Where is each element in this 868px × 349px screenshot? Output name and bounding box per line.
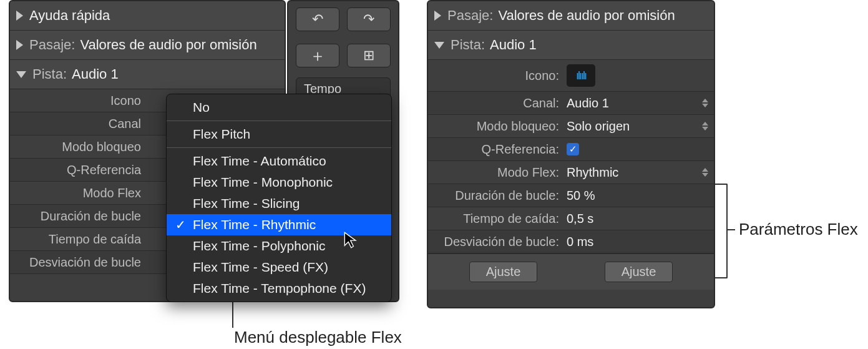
curve-tool-button[interactable]: ↶ (296, 7, 339, 31)
quick-help-label: Ayuda rápida (29, 7, 110, 24)
plus-icon: ＋ (310, 45, 326, 67)
ajuste-button-left[interactable]: Ajuste (469, 262, 538, 282)
label-icono: Icono: (428, 69, 563, 83)
label-canal: Canal: (428, 96, 563, 111)
value-bloqueo[interactable]: Solo origen (563, 119, 700, 134)
add-track-button[interactable]: ⊞ (347, 44, 391, 67)
label-desv: Desviación de bucle (10, 255, 145, 270)
callout-flex-params: Parámetros Flex (739, 220, 858, 239)
value-flex[interactable]: Rhythmic (563, 165, 700, 180)
add-button[interactable]: ＋ (296, 44, 339, 67)
check-icon: ✓ (175, 217, 186, 232)
stepper-icon[interactable] (700, 166, 710, 179)
label-canal: Canal (10, 117, 145, 131)
inspector-right: Pasaje: Valores de audio por omisión Pis… (427, 0, 715, 308)
popup-item-pitch[interactable]: Flex Pitch (167, 124, 391, 145)
value-desv[interactable]: 0 ms (563, 235, 714, 249)
label-flex: Modo Flex: (428, 165, 563, 180)
popup-item-auto[interactable]: Flex Time - Automático (167, 150, 391, 172)
quick-help-header[interactable]: Ayuda rápida (10, 1, 285, 31)
popup-item-slice[interactable]: Flex Time - Slicing (167, 193, 391, 214)
pasaje-label: Pasaje: (29, 37, 75, 53)
plus-box-icon: ⊞ (363, 47, 374, 64)
value-caida[interactable]: 0,5 s (563, 212, 714, 226)
pista-label: Pista: (451, 37, 485, 53)
pista-value: Audio 1 (72, 66, 119, 82)
pista-label: Pista: (32, 66, 67, 82)
popup-item-speed[interactable]: Flex Time - Speed (FX) (167, 257, 391, 278)
label-desv: Desviación de bucle: (428, 235, 563, 249)
label-dur: Duración de bucle: (428, 189, 563, 203)
disclosure-right-icon[interactable] (16, 40, 23, 50)
pista-header-right[interactable]: Pista: Audio 1 (428, 31, 714, 60)
bracket-stem (726, 229, 735, 230)
track-icon-button[interactable]: ılıılı (567, 64, 595, 87)
disclosure-right-icon[interactable] (16, 11, 23, 21)
value-dur[interactable]: 50 % (563, 189, 714, 203)
label-flex: Modo Flex (10, 186, 145, 200)
label-bloqueo: Modo bloqueo (10, 140, 145, 154)
pasaje-value: Valores de audio por omisión (80, 37, 256, 53)
flex-mode-popup: No Flex Pitch Flex Time - Automático Fle… (166, 94, 392, 302)
label-icono: Icono (10, 94, 145, 108)
pasaje-label: Pasaje: (447, 7, 493, 24)
popup-item-mono[interactable]: Flex Time - Monophonic (167, 172, 391, 193)
cursor-icon (343, 231, 361, 248)
bracket-icon (715, 184, 728, 278)
pasaje-header-right[interactable]: Pasaje: Valores de audio por omisión (428, 1, 714, 31)
popup-item-tempophone[interactable]: Flex Time - Tempophone (FX) (167, 278, 391, 299)
disclosure-right-icon[interactable] (434, 11, 441, 21)
value-canal[interactable]: Audio 1 (563, 96, 700, 111)
label-bloqueo: Modo bloqueo: (428, 119, 563, 134)
label-caida: Tiempo de caída: (428, 212, 563, 226)
qref-checkbox[interactable]: ✓ (567, 143, 579, 155)
redo-tool-button[interactable]: ↷ (347, 7, 391, 31)
stepper-icon[interactable] (700, 97, 710, 109)
stepper-icon[interactable] (700, 120, 710, 132)
pasaje-value: Valores de audio por omisión (498, 7, 675, 24)
label-qref: Q-Referencia: (428, 142, 563, 157)
label-caida: Tiempo de caída (10, 232, 145, 247)
label-dur: Duración de bucle (10, 209, 145, 224)
popup-item-rhythmic-label: Flex Time - Rhythmic (193, 217, 316, 232)
pasaje-header[interactable]: Pasaje: Valores de audio por omisión (10, 31, 285, 60)
callout-flex-menu: Menú desplegable Flex (234, 328, 402, 347)
ajuste-button-right[interactable]: Ajuste (605, 262, 673, 282)
popup-item-no[interactable]: No (167, 97, 391, 118)
pista-header[interactable]: Pista: Audio 1 (10, 60, 285, 89)
label-qref: Q-Referencia (10, 163, 145, 177)
pista-value: Audio 1 (490, 37, 537, 53)
disclosure-down-icon[interactable] (434, 42, 444, 49)
waveform-icon: ılıılı (576, 69, 586, 82)
disclosure-down-icon[interactable] (16, 71, 26, 78)
